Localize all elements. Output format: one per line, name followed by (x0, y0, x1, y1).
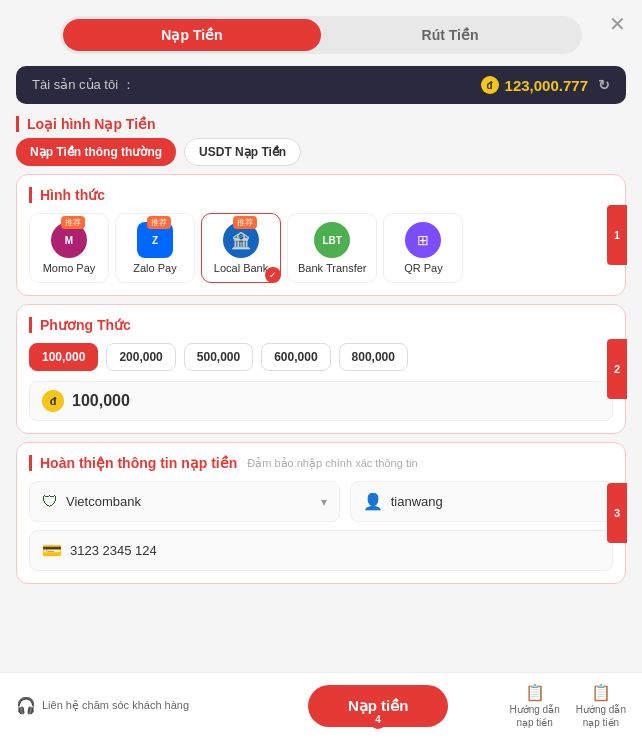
amount-500000[interactable]: 500,000 (184, 343, 253, 371)
momo-label: Momo Pay (43, 262, 96, 274)
momo-recommend-badge: 推荐 (61, 216, 85, 229)
book-icon-2: 📋 (591, 683, 611, 702)
user-icon: 👤 (363, 492, 383, 511)
hinhthuc-section: Hình thức M 推荐 Momo Pay Z 推荐 Zalo Pay (16, 174, 626, 296)
card-icon: 💳 (42, 541, 62, 560)
amount-options: 100,000 200,000 500,000 600,000 800,000 (29, 343, 613, 371)
balance-bar: Tài sản của tôi ： đ 123,000.777 ↻ (16, 66, 626, 104)
bank-field[interactable]: 🛡 Vietcombank ▾ (29, 481, 340, 522)
localbank-recommend-badge: 推荐 (233, 216, 257, 229)
tab-nap-tien[interactable]: Nạp Tiền (63, 19, 321, 51)
payment-methods: M 推荐 Momo Pay Z 推荐 Zalo Pay 🏦 推荐 Loc (29, 213, 613, 283)
subtab-normal[interactable]: Nạp Tiền thông thường (16, 138, 176, 166)
modal-container: ✕ Nạp Tiền Rút Tiền Tài sản của tôi ： đ … (0, 0, 642, 742)
amount-200000[interactable]: 200,000 (106, 343, 175, 371)
bottom-bar: 🎧 Liên hệ chăm sóc khách hàng Nạp tiền 4… (0, 672, 642, 742)
balance-amount: 123,000.777 (505, 77, 588, 94)
form-row-1: 🛡 Vietcombank ▾ 👤 tianwang (29, 481, 613, 522)
balance-value: đ 123,000.777 ↻ (481, 76, 610, 94)
deposit-type-title: Loại hình Nạp Tiền (16, 116, 626, 132)
hinhthuc-title: Hình thức (29, 187, 613, 203)
zalopay-recommend-badge: 推荐 (147, 216, 171, 229)
banktransfer-icon-wrapper: LBT (314, 222, 350, 258)
hinhthuc-badge: 1 (607, 205, 627, 265)
form-header: Hoàn thiện thông tin nạp tiền Đảm bảo nh… (29, 455, 613, 471)
banktransfer-icon: LBT (314, 222, 350, 258)
bank-dropdown-arrow: ▾ (321, 495, 327, 509)
headset-icon: 🎧 (16, 696, 36, 715)
amount-600000[interactable]: 600,000 (261, 343, 330, 371)
hoanthien-section: Hoàn thiện thông tin nạp tiền Đảm bảo nh… (16, 442, 626, 584)
username-field[interactable]: 👤 tianwang (350, 481, 613, 522)
momo-icon-wrapper: M 推荐 (51, 222, 87, 258)
amount-800000[interactable]: 800,000 (339, 343, 408, 371)
tab-bar: Nạp Tiền Rút Tiền (60, 16, 582, 54)
bank-name-value: Vietcombank (66, 494, 313, 509)
localbank-checkmark: ✓ (265, 267, 281, 283)
close-button[interactable]: ✕ (609, 12, 626, 36)
banktransfer-label: Bank Transfer (298, 262, 366, 274)
amount-100000[interactable]: 100,000 (29, 343, 98, 371)
support-label: Liên hệ chăm sóc khách hàng (42, 699, 189, 712)
payment-method-localbank[interactable]: 🏦 推荐 Local Bank ✓ (201, 213, 281, 283)
guide2-line1: Hướng dẫn (576, 704, 626, 715)
qrpay-icon: ⊞ (405, 222, 441, 258)
qrpay-label: QR Pay (404, 262, 443, 274)
refresh-icon[interactable]: ↻ (598, 77, 610, 93)
localbank-icon-wrapper: 🏦 推荐 (223, 222, 259, 258)
amount-display-value: 100,000 (72, 392, 130, 410)
subtab-usdt[interactable]: USDT Nạp Tiền (184, 138, 301, 166)
bottom-center: Nạp tiền 4 (263, 685, 494, 727)
qrpay-icon-wrapper: ⊞ (405, 222, 441, 258)
amount-display: đ 100,000 (29, 381, 613, 421)
zalopay-label: Zalo Pay (133, 262, 176, 274)
hoanthien-badge: 3 (607, 483, 627, 543)
coin-icon: đ (481, 76, 499, 94)
book-icon-1: 📋 (525, 683, 545, 702)
sub-tab-bar: Nạp Tiền thông thường USDT Nạp Tiền (16, 138, 626, 166)
guide2-item[interactable]: 📋 Hướng dẫn nạp tiền (576, 683, 626, 728)
bank-shield-icon: 🛡 (42, 493, 58, 511)
phuongthuc-title: Phương Thức (29, 317, 613, 333)
payment-method-zalopay[interactable]: Z 推荐 Zalo Pay (115, 213, 195, 283)
tab-rut-tien[interactable]: Rút Tiền (321, 19, 579, 51)
zalopay-icon-wrapper: Z 推荐 (137, 222, 173, 258)
card-number-field[interactable]: 💳 3123 2345 124 (29, 530, 613, 571)
payment-method-momo[interactable]: M 推荐 Momo Pay (29, 213, 109, 283)
nap-tien-badge: 4 (369, 711, 387, 729)
username-value: tianwang (391, 494, 600, 509)
guide1-line2: nạp tiền (516, 717, 552, 728)
payment-method-banktransfer[interactable]: LBT Bank Transfer (287, 213, 377, 283)
bottom-right: 📋 Hướng dẫn nạp tiền 📋 Hướng dẫn nạp tiề… (494, 683, 643, 728)
phuongthuc-badge: 2 (607, 339, 627, 399)
guide1-item[interactable]: 📋 Hướng dẫn nạp tiền (510, 683, 560, 728)
localbank-label: Local Bank (214, 262, 268, 274)
form-title: Hoàn thiện thông tin nạp tiền (29, 455, 237, 471)
card-number-value: 3123 2345 124 (70, 543, 600, 558)
balance-label: Tài sản của tôi ： (32, 76, 135, 94)
payment-method-qrpay[interactable]: ⊞ QR Pay (383, 213, 463, 283)
form-subtitle: Đảm bảo nhập chính xác thông tin (247, 457, 417, 470)
bottom-support[interactable]: 🎧 Liên hệ chăm sóc khách hàng (0, 696, 263, 715)
amount-coin-icon: đ (42, 390, 64, 412)
phuongthuc-section: Phương Thức 100,000 200,000 500,000 600,… (16, 304, 626, 434)
guide2-line2: nạp tiền (583, 717, 619, 728)
guide1-line1: Hướng dẫn (510, 704, 560, 715)
